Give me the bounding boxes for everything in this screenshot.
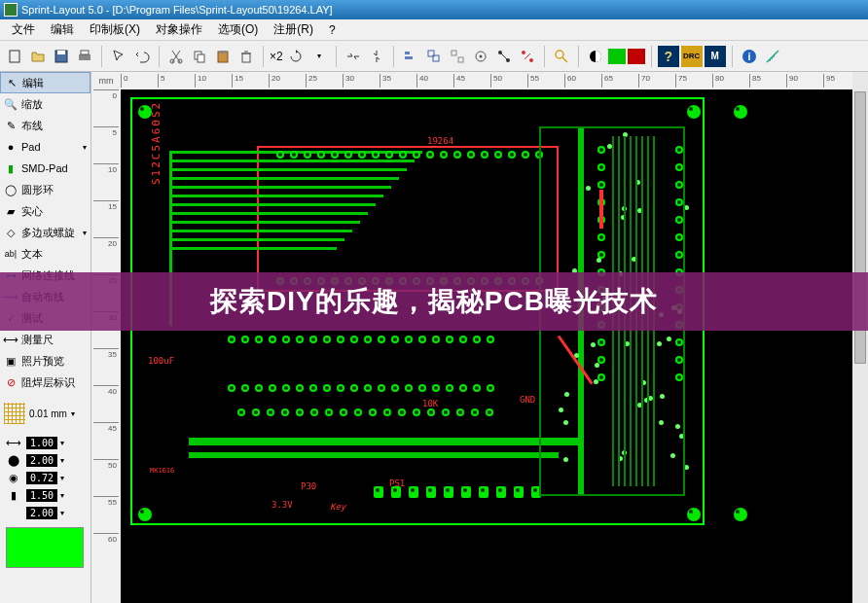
open-button[interactable] [27, 46, 49, 67]
titlebar: Sprint-Layout 5.0 - [D:\Program Files\Sp… [0, 0, 868, 19]
ruler-unit: mm [91, 72, 121, 89]
layer-c2-button[interactable] [628, 49, 645, 64]
info-icon[interactable]: i [739, 46, 760, 67]
measure-icon[interactable] [762, 46, 783, 67]
window-title: Sprint-Layout 5.0 - [D:\Program Files\Sp… [21, 4, 333, 16]
snap-button[interactable] [470, 46, 491, 67]
menu-edit[interactable]: 编辑 [43, 19, 82, 40]
new-button[interactable] [4, 46, 25, 67]
layer-c1-button[interactable] [608, 49, 626, 64]
contrast-button[interactable] [585, 46, 606, 67]
param-pad-outer[interactable]: ⬤2.00▾ [0, 451, 90, 469]
tool-photo[interactable]: ▣照片预览 [0, 350, 90, 372]
grid-icon [4, 403, 25, 424]
menu-help[interactable]: ? [321, 21, 344, 39]
scale-button[interactable]: ×2 [270, 46, 283, 67]
grid-value: 0.01 mm [29, 408, 67, 419]
svg-rect-3 [79, 54, 90, 60]
pointer-button[interactable] [108, 46, 129, 67]
svg-rect-2 [57, 51, 65, 54]
svg-rect-12 [405, 52, 410, 54]
paste-button[interactable] [212, 46, 234, 67]
tool-route[interactable]: ✎布线 [0, 115, 90, 136]
svg-point-6 [178, 59, 182, 63]
svg-rect-4 [81, 51, 89, 54]
svg-point-22 [522, 51, 525, 54]
svg-rect-8 [198, 54, 204, 62]
macro-button[interactable]: M [705, 46, 726, 67]
tool-smd[interactable]: ▮SMD-Pad [0, 158, 90, 179]
menu-pcb[interactable]: 印制板(X) [82, 19, 148, 40]
tool-pad[interactable]: ●Pad▾ [0, 136, 90, 158]
sidebar: ↖编辑 🔍缩放 ✎布线 ●Pad▾ ▮SMD-Pad ◯圆形环 ▰实心 ◇多边或… [0, 72, 91, 603]
help-icon[interactable]: ? [658, 46, 679, 67]
align-button[interactable] [400, 46, 421, 67]
canvas-area: mm 0510152025303540455055606570758085909… [91, 72, 868, 603]
pcb-canvas[interactable]: 19264 S12C5A60S2 Key 3.3V 10K GND PS1 P3… [121, 89, 868, 603]
param-pad-inner[interactable]: ◉0.72▾ [0, 469, 90, 486]
param-smd-h[interactable]: 2.00▾ [0, 504, 90, 521]
print-button[interactable] [74, 46, 95, 67]
ruler-vertical: 051015202530354045505560 [91, 89, 121, 603]
menubar: 文件 编辑 印制板(X) 对象操作 选项(O) 注册(R) ? [0, 19, 868, 41]
tool-measure[interactable]: ⟷测量尺 [0, 329, 90, 350]
scrollbar-vertical[interactable] [852, 72, 868, 603]
save-button[interactable] [51, 46, 72, 67]
svg-rect-16 [452, 51, 456, 55]
app-icon [4, 3, 18, 17]
svg-rect-11 [242, 53, 250, 62]
cut-button[interactable] [165, 46, 187, 67]
svg-point-5 [170, 59, 174, 63]
color-preview[interactable] [6, 527, 84, 568]
menu-options[interactable]: 选项(O) [210, 19, 266, 40]
zoom-button[interactable] [551, 46, 572, 67]
tool-text[interactable]: ab|文本 [0, 243, 90, 265]
svg-rect-13 [405, 56, 413, 59]
menu-object[interactable]: 对象操作 [148, 19, 210, 40]
undo-button[interactable] [131, 46, 153, 67]
svg-text:i: i [747, 51, 750, 62]
grid-setting[interactable]: 0.01 mm ▾ [0, 399, 90, 428]
tool-poly[interactable]: ◇多边或螺旋▾ [0, 222, 90, 243]
flip-v-button[interactable] [366, 46, 387, 67]
connect-button[interactable] [493, 46, 515, 67]
copy-button[interactable] [189, 46, 210, 67]
menu-file[interactable]: 文件 [4, 19, 43, 40]
delete-button[interactable] [235, 46, 257, 67]
tool-mask[interactable]: ⊘阻焊层标识 [0, 372, 90, 393]
flip-h-button[interactable] [343, 46, 364, 67]
ungroup-button[interactable] [447, 46, 468, 67]
overlay-text: 探索DIY的乐趣，揭秘PCB曝光技术 [210, 283, 658, 320]
svg-rect-17 [458, 57, 463, 62]
drc-button[interactable]: DRC [681, 46, 703, 67]
svg-point-24 [556, 51, 563, 58]
tool-fill[interactable]: ▰实心 [0, 200, 90, 222]
param-smd-w[interactable]: ▮1.50▾ [0, 486, 90, 504]
tool-circle[interactable]: ◯圆形环 [0, 179, 90, 200]
menu-register[interactable]: 注册(R) [266, 19, 321, 40]
toolbar: ×2 ▾ ? DRC M i [0, 41, 868, 72]
param-track-width[interactable]: ⟷1.00▾ [0, 434, 90, 451]
overlay-banner: 探索DIY的乐趣，揭秘PCB曝光技术 [0, 272, 868, 331]
tool-zoom[interactable]: 🔍缩放 [0, 93, 90, 115]
tool-edit[interactable]: ↖编辑 [0, 72, 90, 93]
group-button[interactable] [423, 46, 445, 67]
svg-rect-10 [220, 51, 226, 53]
rotate-arrow-icon[interactable]: ▾ [308, 46, 330, 67]
svg-rect-0 [10, 51, 19, 62]
remove-conn-button[interactable] [517, 46, 538, 67]
svg-point-23 [529, 58, 533, 62]
svg-point-19 [479, 54, 482, 57]
ruler-horizontal: 05101520253035404550556065707580859095 [121, 72, 868, 89]
rotate-button[interactable] [285, 46, 307, 67]
